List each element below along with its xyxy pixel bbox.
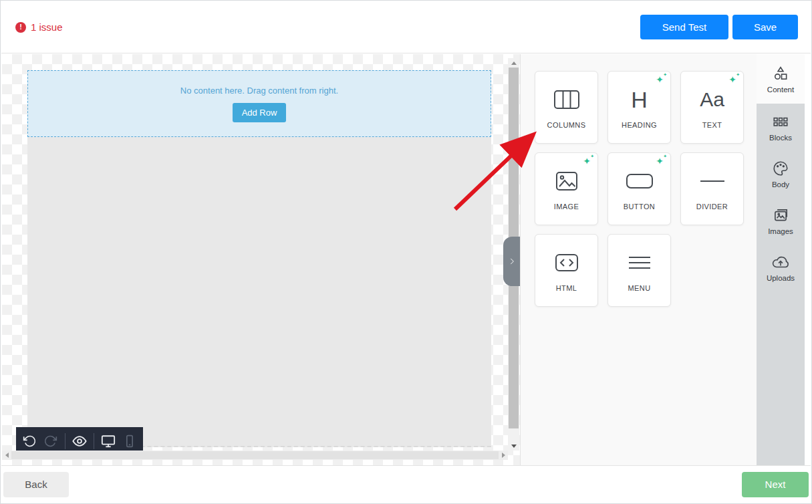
preview-eye-icon[interactable] bbox=[72, 434, 87, 449]
sidebar-tab-label: Blocks bbox=[769, 134, 792, 142]
block-html[interactable]: HTML bbox=[535, 234, 598, 307]
sidebar-tab-label: Content bbox=[767, 86, 794, 94]
cloud-upload-icon bbox=[771, 253, 790, 271]
dropzone-message: No content here. Drag content from right… bbox=[180, 86, 338, 96]
text-icon: Aa bbox=[700, 86, 724, 113]
block-menu[interactable]: MENU bbox=[607, 234, 671, 307]
back-button[interactable]: Back bbox=[3, 472, 69, 497]
block-label: DIVIDER bbox=[696, 203, 728, 211]
toolbar-divider bbox=[65, 433, 65, 449]
scroll-left-arrow-icon[interactable] bbox=[2, 451, 11, 460]
top-bar: ! 1 issue Send Test Save bbox=[1, 1, 811, 53]
divider-icon bbox=[699, 168, 726, 195]
images-icon bbox=[772, 207, 789, 224]
sidebar-tab-body[interactable]: Body bbox=[757, 150, 805, 197]
block-button[interactable]: ✦✦ BUTTON bbox=[607, 152, 671, 225]
save-button[interactable]: Save bbox=[732, 15, 798, 39]
block-label: HEADING bbox=[622, 121, 657, 129]
columns-icon bbox=[553, 86, 580, 113]
ai-sparkle-icon: ✦✦ bbox=[656, 75, 664, 84]
add-row-button[interactable]: Add Row bbox=[233, 103, 287, 122]
ai-sparkle-icon: ✦✦ bbox=[656, 156, 664, 166]
block-label: HTML bbox=[556, 284, 577, 292]
empty-content-dropzone[interactable]: No content here. Drag content from right… bbox=[27, 70, 491, 137]
button-icon bbox=[626, 168, 654, 195]
heading-icon: H bbox=[631, 86, 648, 113]
html-icon bbox=[554, 249, 579, 276]
email-builder-window: ! 1 issue Send Test Save No content here… bbox=[0, 0, 812, 504]
wizard-footer: Back Next bbox=[1, 465, 811, 503]
sidebar-tab-content[interactable]: Content bbox=[757, 54, 805, 104]
sidebar-tab-uploads[interactable]: Uploads bbox=[757, 244, 805, 291]
block-heading[interactable]: ✦✦ H HEADING bbox=[607, 71, 671, 144]
sidebar-tab-label: Images bbox=[768, 227, 793, 235]
sidebar-tab-images[interactable]: Images bbox=[757, 197, 805, 244]
horizontal-scroll-thumb[interactable] bbox=[11, 451, 499, 459]
image-icon bbox=[555, 168, 579, 195]
email-canvas: No content here. Drag content from right… bbox=[2, 54, 520, 467]
block-text[interactable]: ✦✦ Aa TEXT bbox=[680, 71, 744, 144]
undo-icon[interactable] bbox=[22, 434, 37, 449]
sidebar-tab-blocks[interactable]: Blocks bbox=[757, 104, 805, 150]
chevron-right-icon bbox=[507, 257, 517, 266]
issue-indicator[interactable]: ! 1 issue bbox=[15, 21, 63, 33]
scroll-up-arrow-icon[interactable] bbox=[508, 58, 519, 68]
main-area: No content here. Drag content from right… bbox=[1, 54, 812, 467]
toolbar-divider bbox=[94, 433, 94, 449]
scroll-down-arrow-icon[interactable] bbox=[508, 441, 519, 451]
ai-sparkle-icon: ✦✦ bbox=[728, 75, 736, 84]
content-blocks-panel: COLUMNS ✦✦ H HEADING ✦✦ Aa TEXT bbox=[520, 54, 757, 467]
block-image[interactable]: ✦✦ IMAGE bbox=[535, 152, 598, 225]
sidebar-tab-label: Body bbox=[772, 180, 789, 188]
redo-icon[interactable] bbox=[43, 434, 58, 449]
desktop-view-icon[interactable] bbox=[101, 434, 116, 449]
shapes-icon bbox=[772, 65, 789, 82]
panel-collapse-handle[interactable] bbox=[503, 237, 520, 286]
blocks-grid: COLUMNS ✦✦ H HEADING ✦✦ Aa TEXT bbox=[535, 71, 757, 307]
block-divider[interactable]: DIVIDER bbox=[680, 152, 744, 225]
block-label: COLUMNS bbox=[547, 121, 586, 129]
block-label: IMAGE bbox=[554, 203, 579, 211]
block-label: TEXT bbox=[702, 121, 722, 129]
issue-alert-icon: ! bbox=[15, 22, 26, 33]
block-columns[interactable]: COLUMNS bbox=[535, 71, 598, 144]
sidebar-tab-label: Uploads bbox=[767, 274, 795, 282]
ai-sparkle-icon: ✦✦ bbox=[583, 156, 591, 166]
palette-icon bbox=[772, 160, 789, 177]
mobile-view-icon[interactable] bbox=[122, 434, 137, 449]
editor-sidebar-tabs: Content Blocks Body Image bbox=[757, 54, 805, 467]
email-document: No content here. Drag content from right… bbox=[27, 70, 491, 447]
send-test-button[interactable]: Send Test bbox=[640, 15, 728, 39]
scroll-right-arrow-icon[interactable] bbox=[499, 451, 508, 460]
email-body-area[interactable] bbox=[27, 137, 491, 447]
next-button[interactable]: Next bbox=[742, 472, 809, 497]
block-label: MENU bbox=[628, 284, 651, 292]
issue-count-label: 1 issue bbox=[31, 21, 63, 33]
canvas-horizontal-scrollbar[interactable] bbox=[2, 451, 508, 460]
grid-icon bbox=[772, 113, 789, 130]
header-actions: Send Test Save bbox=[640, 15, 798, 39]
block-label: BUTTON bbox=[624, 203, 655, 211]
menu-icon bbox=[628, 249, 652, 276]
